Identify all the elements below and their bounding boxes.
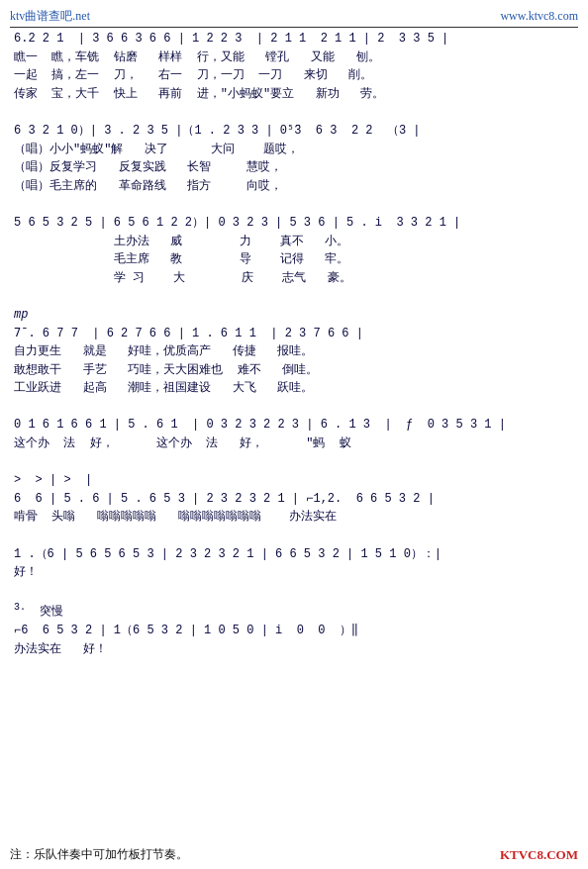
header-left-text: ktv曲谱查吧.net [10, 8, 90, 25]
page-header: ktv曲谱查吧.net www.ktvc8.com [10, 8, 578, 28]
page: ktv曲谱查吧.net www.ktvc8.com 6.2 2 1 | 3 6 … [0, 0, 588, 869]
music-content: 6.2 2 1 | 3 6 6 3 6 6 | 1 2 2 3 | 2 1 1 … [10, 30, 578, 658]
footer-note-text: 注：乐队伴奏中可加竹板打节奏。 [10, 846, 188, 863]
header-right-text: www.ktvc8.com [500, 9, 578, 24]
music-notation: 6.2 2 1 | 3 6 6 3 6 6 | 1 2 2 3 | 2 1 1 … [14, 30, 574, 658]
footer-brand-text: KTVC8.COM [500, 847, 578, 863]
page-footer: 注：乐队伴奏中可加竹板打节奏。 KTVC8.COM [10, 846, 578, 863]
